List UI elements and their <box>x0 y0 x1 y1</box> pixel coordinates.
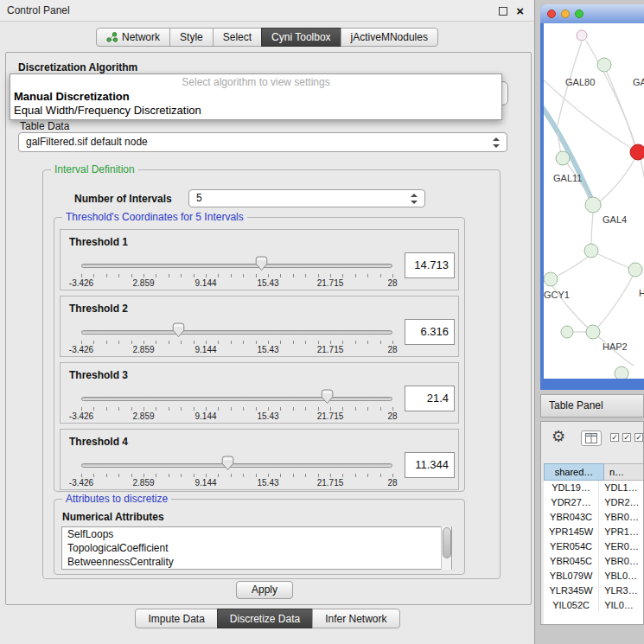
network-node-label: GCY1 <box>544 290 570 300</box>
tab-cyni-toolbox[interactable]: Cyni Toolbox <box>261 28 341 47</box>
threshold-1-slider-thumb[interactable] <box>255 256 268 271</box>
control-panel-titlebar: Control Panel × <box>0 0 534 22</box>
number-of-intervals-value: 5 <box>196 190 202 207</box>
network-node[interactable] <box>597 58 611 72</box>
threshold-1-slider[interactable]: -3.4262.8599.14415.4321.71528 <box>81 256 392 290</box>
checkbox-icon[interactable]: ✓ <box>634 433 643 442</box>
number-of-intervals-combobox[interactable]: 5 <box>188 189 425 207</box>
slider-track[interactable] <box>81 264 392 268</box>
gear-icon[interactable]: ⚙ <box>552 427 565 446</box>
close-icon[interactable]: × <box>516 4 524 17</box>
cell-shared-name: YLR345W <box>544 583 599 598</box>
threshold-4-value-field[interactable]: 11.344 <box>405 452 455 478</box>
table-data-combobox[interactable]: galFiltered.sif default node <box>18 132 507 152</box>
tick-label: 21.715 <box>317 278 344 288</box>
checkbox-icon[interactable]: ✓ <box>622 433 631 442</box>
tab-jactivemnodules[interactable]: jActiveMNodules <box>341 28 438 47</box>
network-node[interactable] <box>628 263 642 277</box>
algorithm-option-manual[interactable]: Manual Discretization <box>14 90 130 103</box>
tab-style[interactable]: Style <box>169 28 214 47</box>
minimize-traffic-light-icon[interactable] <box>561 10 570 18</box>
table-row[interactable]: YER054C YER0… <box>544 539 643 554</box>
threshold-3-slider[interactable]: -3.4262.8599.14415.4321.71528 <box>81 389 392 424</box>
network-canvas[interactable]: GAL80GAGAL11GAL4GCY1HHAP2 <box>544 23 644 379</box>
cell-shared-name: YDL19… <box>544 481 599 495</box>
node-table: shared… n… YDL19… YDL1… YDR27… YDR2… <box>544 463 643 624</box>
threshold-4-slider-thumb[interactable] <box>221 456 234 471</box>
network-node-label: GAL11 <box>553 173 582 183</box>
close-traffic-light-icon[interactable] <box>547 10 556 18</box>
network-node[interactable] <box>556 151 570 165</box>
tab-network[interactable]: Network <box>96 28 170 47</box>
column-header-name[interactable]: n… <box>604 463 644 481</box>
table-row[interactable]: YDL19… YDL1… <box>544 481 643 495</box>
column-settings-button[interactable] <box>581 430 602 446</box>
tick-label: 2.859 <box>132 411 154 421</box>
attributes-list[interactable]: SelfLoopsTopologicalCoefficientBetweenne… <box>61 526 452 570</box>
tab-discretize-data[interactable]: Discretize Data <box>217 609 313 628</box>
cell-name: YER0… <box>599 539 643 554</box>
threshold-2-slider-thumb[interactable] <box>172 322 185 338</box>
checkbox-icon[interactable]: ✓ <box>610 433 619 442</box>
threshold-1-label: Threshold 1 <box>69 236 128 248</box>
table-row[interactable]: YDR27… YDR2… <box>544 495 643 510</box>
attribute-item[interactable]: BetweennessCentrality <box>62 555 451 569</box>
attributes-scrollbar[interactable] <box>441 526 451 570</box>
number-of-intervals-label: Number of Intervals <box>74 193 172 205</box>
interval-definition-legend: Interval Definition <box>51 163 138 175</box>
algorithm-option-equal-width[interactable]: Equal Width/Frequency Discretization <box>14 104 201 117</box>
attribute-item[interactable]: SelfLoops <box>62 527 451 541</box>
network-node[interactable] <box>584 244 598 258</box>
threshold-3-panel: Threshold 3 -3.4262.8599.14415.4321.7152… <box>60 362 459 424</box>
attribute-item[interactable]: TopologicalCoefficient <box>62 541 451 555</box>
slider-track[interactable] <box>81 463 392 468</box>
tab-select[interactable]: Select <box>213 28 262 47</box>
threshold-2-value-field[interactable]: 6.316 <box>405 319 455 345</box>
threshold-3-value-field[interactable]: 21.4 <box>405 386 455 411</box>
table-row[interactable]: YPR145W YPR1… <box>544 525 643 539</box>
network-node-label: HAP2 <box>603 341 628 352</box>
network-node[interactable] <box>585 197 601 213</box>
scrollbar-thumb[interactable] <box>443 527 451 558</box>
network-node[interactable] <box>586 325 600 339</box>
thresholds-group: Threshold's Coordinates for 5 Intervals … <box>54 217 465 492</box>
table-row[interactable]: YBL079W YBL0… <box>544 569 643 583</box>
network-graph[interactable]: GAL80GAGAL11GAL4GCY1HHAP2 <box>544 23 644 379</box>
threshold-1-value-field[interactable]: 14.713 <box>405 252 455 278</box>
tab-impute-data[interactable]: Impute Data <box>135 609 217 628</box>
network-node[interactable] <box>544 272 558 286</box>
attributes-legend: Attributes to discretize <box>62 493 171 505</box>
network-node[interactable] <box>615 367 628 379</box>
cyni-toolbox-panel: Discretization Algorithm Select algorith… <box>5 52 532 605</box>
table-row[interactable]: YLR345W YLR3… <box>544 583 643 598</box>
network-node[interactable] <box>577 30 587 41</box>
slider-tick-labels: -3.4262.8599.14415.4321.71528 <box>81 345 392 355</box>
interval-definition-group: Interval Definition Number of Intervals … <box>42 169 501 579</box>
threshold-3-slider-thumb[interactable] <box>321 389 334 405</box>
zoom-traffic-light-icon[interactable] <box>575 10 583 18</box>
apply-button[interactable]: Apply <box>236 581 293 599</box>
table-data-label: Table Data <box>20 120 69 132</box>
network-view-window: GAL80GAGAL11GAL4GCY1HHAP2 <box>540 4 644 390</box>
table-row[interactable]: YBR043C YBR0… <box>544 510 643 525</box>
column-header-shared-name[interactable]: shared… <box>544 463 604 481</box>
table-row[interactable]: YBR045C YBR0… <box>544 554 643 569</box>
tick-label: 21.715 <box>317 345 344 354</box>
threshold-2-label: Threshold 2 <box>69 303 128 315</box>
control-panel-window: Control Panel × Network Style Select Cyn… <box>0 0 535 644</box>
threshold-4-slider[interactable]: -3.4262.8599.14415.4321.71528 <box>81 456 392 490</box>
threshold-2-slider[interactable]: -3.4262.8599.14415.4321.71528 <box>81 322 392 357</box>
tick-label: -3.426 <box>69 478 93 488</box>
tab-infer-network[interactable]: Infer Network <box>312 609 399 628</box>
network-node[interactable] <box>561 326 573 338</box>
cell-shared-name: YPR145W <box>544 525 599 539</box>
tick-label: 15.43 <box>257 345 278 354</box>
table-row[interactable]: YIL052C YIL0… <box>544 598 643 613</box>
network-node[interactable] <box>630 144 644 160</box>
cell-name: YPR1… <box>599 525 643 539</box>
float-window-icon[interactable] <box>499 7 507 16</box>
slider-track[interactable] <box>81 397 392 401</box>
tick-label: 15.43 <box>257 478 278 488</box>
network-node-label: GA <box>633 77 644 87</box>
slider-track[interactable] <box>81 330 392 335</box>
